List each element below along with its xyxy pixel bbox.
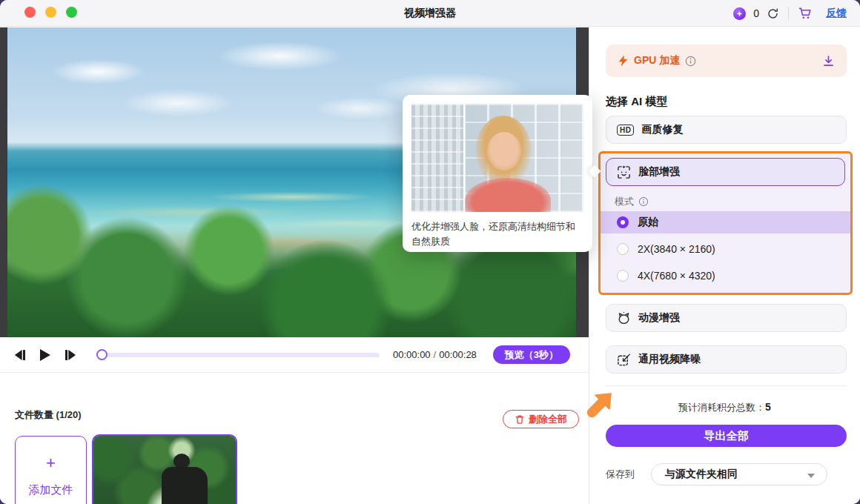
next-frame-button[interactable] [61,345,80,365]
titlebar-divider [788,7,789,20]
file-count-label: 文件数量 (1/20) [15,408,82,422]
seek-slider[interactable] [96,350,380,360]
credits-count: 0 [753,7,759,19]
settings-panel: GPU 加速 选择 AI 模型 HD 画质修复 [589,27,860,504]
panel-divider-horizontal [606,385,847,386]
time-separator: / [434,349,437,360]
lightning-icon [618,55,629,67]
save-location-value: 与源文件夹相同 [665,468,738,481]
time-display: 00:00:00/00:00:28 [393,349,477,360]
face-enhance-section-highlight: 脸部增强 模式 原始 2X(3840 × 2160) 4X(7680 [598,151,853,295]
file-list-section: 文件数量 (1/20) 删除全部 + 添加文件 [0,374,589,504]
thumbnail-person-body [162,467,208,504]
before-after-divider [463,104,465,212]
mode-option-2x[interactable]: 2X(3840 × 2160) [601,238,850,260]
app-window: 视频增强器 0 反馈 [0,0,860,504]
plus-icon: + [46,455,56,471]
tooltip-description: 优化并增强人脸，还原高清结构细节和自然肤质 [411,212,583,249]
mode-option-original[interactable]: 原始 [601,211,850,233]
credits-total-value: 5 [765,401,771,413]
mode-info-icon[interactable] [638,196,649,207]
video-thumbnail-selected[interactable] [92,434,237,504]
denoise-icon [617,353,631,367]
save-location-dropdown[interactable]: 与源文件夹相同 [651,463,827,485]
credits-coin-icon [733,7,746,20]
radio-unselected-icon[interactable] [617,243,629,255]
seek-thumb[interactable] [96,349,108,360]
info-icon[interactable] [685,56,696,67]
chevron-down-icon [807,474,815,478]
credits-summary: 预计消耗积分总数：5 [589,401,860,414]
model-video-denoise[interactable]: 通用视频降噪 [606,345,847,374]
current-time: 00:00:00 [393,349,431,360]
hd-icon: HD [617,125,634,136]
delete-all-button[interactable]: 删除全部 [503,410,579,428]
radio-unselected-icon[interactable] [617,270,629,282]
duration: 00:00:28 [439,349,477,360]
video-workspace: 优化并增强人脸，还原高清结构细节和自然肤质 00:00:00/00:00:28 … [0,27,589,504]
player-bar: 00:00:00/00:00:28 预览（3秒） [0,337,589,373]
anime-face-icon [617,311,631,325]
seek-track[interactable] [96,353,380,357]
callout-arrow-icon [583,388,617,422]
model-face-enhance[interactable]: 脸部增强 [606,158,845,186]
add-file-button[interactable]: + 添加文件 [15,436,87,504]
ai-model-section-title: 选择 AI 模型 [606,95,667,109]
cart-icon[interactable] [798,6,813,21]
gpu-acceleration-banner: GPU 加速 [606,44,847,77]
face-enhance-preview-image [411,104,583,212]
delete-all-label: 删除全部 [529,413,567,426]
radio-selected-icon[interactable] [617,216,629,228]
portrait-face [487,132,521,170]
save-to-label: 保存到 [606,468,635,481]
model-hd-repair[interactable]: HD 画质修复 [606,116,847,144]
save-to-row: 保存到 与源文件夹相同 [606,463,847,485]
feedback-link[interactable]: 反馈 [826,7,847,20]
forest-thumbnail [93,436,236,504]
export-all-button[interactable]: 导出全部 [606,425,847,447]
download-icon[interactable] [822,55,835,67]
model-anime-enhance[interactable]: 动漫增强 [606,304,847,332]
play-button[interactable] [36,345,55,365]
face-enhance-tooltip: 优化并增强人脸，还原高清结构细节和自然肤质 [403,95,592,252]
previous-frame-button[interactable] [10,345,30,365]
refresh-icon[interactable] [767,7,779,20]
titlebar: 视频增强器 0 反馈 [0,0,860,27]
mode-option-4x[interactable]: 4X(7680 × 4320) [601,265,850,287]
preview-button[interactable]: 预览（3秒） [493,345,570,364]
gpu-label: GPU 加速 [634,54,680,67]
add-file-label: 添加文件 [29,483,73,497]
thumbnail-person-head [173,454,190,468]
before-region [411,104,463,212]
trash-icon [515,414,525,425]
window-title: 视频增强器 [0,7,860,20]
face-scan-icon [617,165,631,179]
mode-label: 模式 [615,195,634,208]
